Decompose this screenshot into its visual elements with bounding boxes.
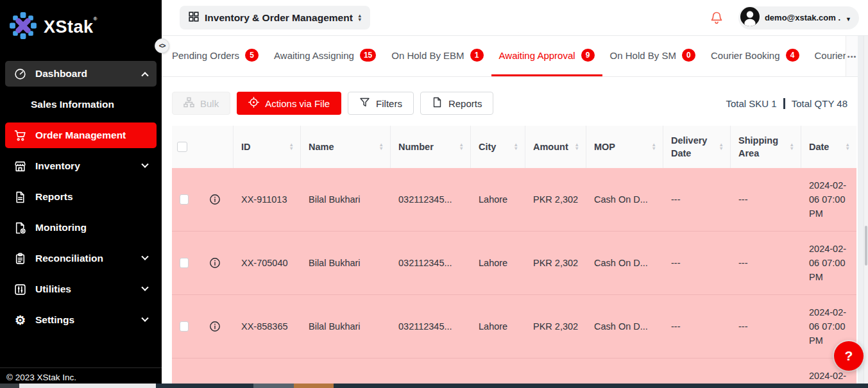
select-all-cell (172, 126, 195, 168)
workspace-selector[interactable]: Inventory & Order Management (180, 6, 370, 30)
chevron-down-icon (141, 161, 148, 168)
topbar-right: demo@xstak.com . (710, 6, 859, 30)
cell-id: XX-911013 (234, 192, 301, 207)
cell-mop: Cash On D... (586, 256, 663, 270)
column-header-city[interactable]: City (471, 126, 525, 168)
sidebar-item-utilities[interactable]: Utilities (5, 276, 157, 302)
status-tabs: Pending Orders 5 Awaiting Assigning 15 O… (162, 36, 858, 77)
help-button[interactable]: ? (834, 341, 864, 371)
crosshair-target-icon (248, 97, 259, 110)
cell-number: 032112345... (391, 192, 471, 207)
select-updown-icon (359, 14, 361, 22)
tab-count-badge: 15 (360, 49, 376, 62)
bottom-bar-segment-orange (294, 384, 334, 388)
column-header-number[interactable]: Number (391, 126, 471, 168)
tab-courier-booking[interactable]: Courier Booking 4 (703, 36, 807, 76)
reports-button[interactable]: Reports (420, 92, 494, 115)
sort-icon[interactable] (715, 143, 724, 151)
column-header-shipping-area[interactable]: Shipping Area (731, 126, 801, 168)
sort-icon[interactable] (786, 143, 794, 151)
tab-label: Courier Booking (711, 50, 780, 61)
row-checkbox[interactable] (180, 194, 189, 205)
sort-icon[interactable] (842, 143, 850, 151)
column-header-mop[interactable]: MOP (586, 126, 663, 168)
sort-icon[interactable] (455, 143, 464, 151)
sidebar-item-label: Utilities (35, 283, 71, 295)
sort-icon[interactable] (510, 143, 518, 151)
tab-on-hold-by-sm[interactable]: On Hold By SM 0 (602, 36, 703, 76)
cell-mop: Cash On D... (586, 192, 663, 207)
column-header-amount[interactable]: Amount (525, 126, 586, 168)
notification-bell-icon[interactable] (710, 11, 723, 25)
topbar: Inventory & Order Management demo@ (162, 0, 868, 36)
actions-via-file-button[interactable]: Actions via File (237, 92, 341, 115)
cell-date: 2024-02-06 07:00 PM (801, 242, 856, 284)
tab-awaiting-approval[interactable]: Awaiting Approval 9 (491, 36, 602, 76)
sort-icon[interactable] (375, 143, 384, 151)
sidebar-item-monitoring[interactable]: Monitoring (5, 215, 157, 240)
sidebar-item-reconciliation[interactable]: Reconciliation (5, 246, 157, 271)
tab-courier-processing[interactable]: Courier Proce (807, 36, 846, 76)
cell-name: Bilal Bukhari (301, 319, 391, 333)
filters-button[interactable]: Filters (348, 92, 414, 115)
tab-on-hold-by-ebm[interactable]: On Hold By EBM 1 (384, 36, 491, 76)
tab-count-badge: 4 (786, 49, 799, 62)
tab-awaiting-assigning[interactable]: Awaiting Assigning 15 (266, 36, 384, 76)
totals-divider (783, 98, 785, 109)
filters-label: Filters (376, 98, 402, 109)
tab-label: Pending Orders (172, 50, 239, 61)
column-label: MOP (594, 140, 615, 153)
sidebar-item-label: Inventory (35, 160, 80, 172)
bulk-button[interactable]: Bulk (172, 92, 230, 115)
sidebar-item-label: Settings (35, 314, 74, 326)
tab-pending-orders[interactable]: Pending Orders 5 (164, 36, 266, 76)
sidebar-item-order-management[interactable]: Order Management (5, 122, 157, 148)
column-label: Date (809, 140, 829, 153)
totals-summary: Total SKU 1 Total QTY 48 (726, 98, 848, 109)
info-circle-icon[interactable] (209, 257, 221, 269)
column-header-delivery-date[interactable]: Delivery Date (663, 126, 731, 168)
sidebar-collapse-button[interactable] (155, 38, 169, 53)
row-checkbox[interactable] (180, 321, 189, 332)
sidebar-item-label: Reconciliation (35, 253, 103, 264)
caret-down-icon (846, 12, 851, 24)
table-row[interactable]: XX-911013 Bilal Bukhari 032112345... Lah… (172, 168, 856, 232)
sort-icon[interactable] (571, 143, 579, 151)
sidebar-item-reports[interactable]: Reports (5, 184, 157, 210)
tab-label: Awaiting Approval (499, 50, 575, 61)
file-icon (14, 191, 26, 203)
table-row[interactable]: XX-705040 Bilal Bukhari 032112345... Lah… (172, 232, 856, 295)
tab-label: Courier Proce (815, 50, 846, 61)
row-checkbox[interactable] (180, 258, 189, 268)
column-header-id[interactable]: ID (234, 126, 301, 168)
tab-count-badge: 0 (682, 49, 695, 62)
sort-icon[interactable] (285, 143, 294, 151)
sidebar-item-sales-information[interactable]: Sales Information (5, 92, 157, 117)
user-menu[interactable]: demo@xstak.com . (738, 6, 859, 30)
cell-name: Bilal Bukhari (301, 256, 391, 270)
sidebar-item-inventory[interactable]: Inventory (5, 153, 157, 179)
cell-name: Bilal Bukhari (301, 192, 391, 207)
column-label: City (479, 140, 496, 153)
clipboard-icon (14, 253, 26, 265)
table-row[interactable]: XX-858365 Bilal Bukhari 032112345... Lah… (172, 295, 856, 358)
sidebar-item-dashboard[interactable]: Dashboard (5, 61, 157, 87)
vertical-scrollbar-thumb[interactable] (865, 226, 867, 266)
bottom-bar-segment-dark (0, 384, 19, 388)
orders-table: ID Name Number City Amount MOP Delivery … (172, 126, 856, 388)
select-all-checkbox[interactable] (177, 142, 187, 152)
column-header-name[interactable]: Name (301, 126, 391, 168)
tab-label: On Hold By EBM (391, 50, 464, 61)
horizontal-scrollbar-thumb[interactable] (19, 384, 156, 388)
more-tabs-button[interactable] (846, 36, 858, 76)
column-header-date[interactable]: Date (801, 126, 856, 168)
sidebar-item-settings[interactable]: Settings (5, 307, 157, 333)
funnel-icon (359, 97, 370, 110)
cell-shipping-area: --- (731, 319, 801, 333)
vertical-scrollbar[interactable] (864, 36, 868, 384)
sort-icon[interactable] (648, 143, 656, 151)
info-circle-icon[interactable] (209, 321, 221, 332)
bulk-label: Bulk (200, 98, 219, 109)
info-circle-icon[interactable] (209, 194, 221, 205)
user-email: demo@xstak.com . (765, 13, 840, 22)
